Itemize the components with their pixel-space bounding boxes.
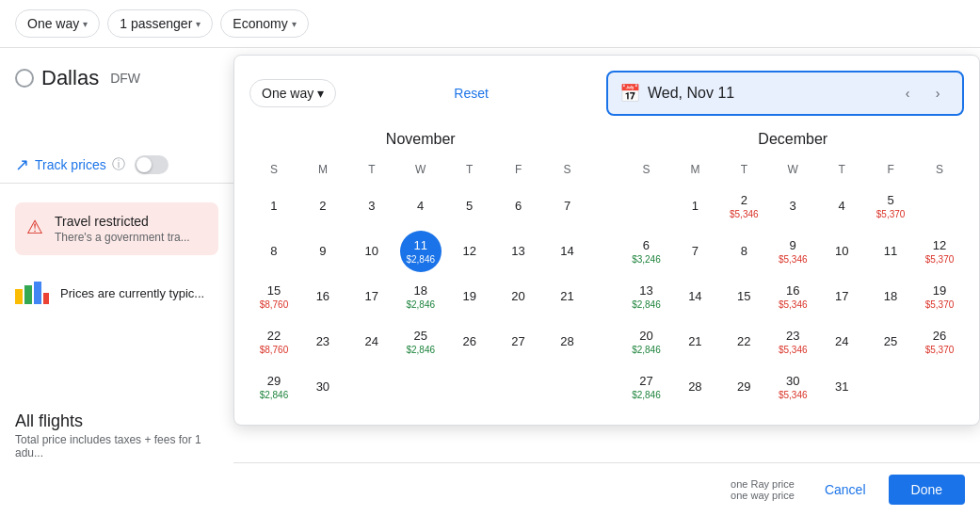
weekday-label: T: [445, 159, 494, 184]
day-button[interactable]: 1: [674, 185, 715, 227]
day-button[interactable]: 6: [498, 185, 539, 227]
day-button[interactable]: 12: [449, 231, 490, 272]
day-button[interactable]: 26: [449, 321, 490, 363]
travel-restricted-title: Travel restricted: [55, 214, 190, 229]
day-button[interactable]: 24: [821, 321, 862, 363]
next-arrow-button[interactable]: ›: [924, 80, 951, 106]
day-button[interactable]: 3: [772, 185, 813, 227]
day-button[interactable]: 4: [400, 185, 442, 227]
day-button[interactable]: 28: [547, 321, 588, 363]
origin-city: Dallas: [41, 66, 99, 90]
november-title: November: [249, 131, 592, 148]
left-panel: Dallas DFW ↗ Track prices ⓘ ⚠ Travel res…: [0, 55, 233, 516]
day-button[interactable]: 3: [351, 185, 393, 227]
day-number: 12: [933, 238, 946, 253]
day-number: 3: [368, 199, 375, 214]
day-button[interactable]: 8: [723, 231, 764, 272]
day-button[interactable]: 17: [351, 276, 393, 317]
day-button[interactable]: 16$5,346: [772, 276, 813, 317]
day-number: 5: [466, 199, 473, 214]
day-button[interactable]: 23$5,346: [772, 321, 813, 363]
day-number: 4: [839, 199, 845, 214]
day-button[interactable]: 21: [674, 321, 715, 363]
calendar-day-cell: [347, 364, 396, 410]
day-button[interactable]: 22$8,760: [253, 321, 295, 363]
day-button[interactable]: 21: [547, 276, 588, 317]
calendar-day-cell: 3: [768, 184, 817, 229]
cancel-button[interactable]: Cancel: [810, 475, 881, 505]
day-button[interactable]: 13: [498, 231, 539, 272]
track-prices-toggle[interactable]: [135, 155, 169, 174]
day-button[interactable]: 4: [821, 185, 862, 227]
day-button[interactable]: 14: [674, 276, 715, 317]
calendar-day-cell: 10: [817, 229, 866, 274]
day-button[interactable]: 20$2,846: [625, 321, 667, 363]
day-price: $5,346: [779, 391, 808, 400]
day-button[interactable]: 30$5,346: [772, 366, 813, 408]
one-way-button[interactable]: One way ▾: [15, 9, 100, 38]
day-button[interactable]: 10: [351, 231, 393, 272]
passenger-button[interactable]: 1 passenger ▾: [107, 9, 213, 38]
day-button[interactable]: 1: [253, 185, 295, 227]
day-button[interactable]: 27: [498, 321, 539, 363]
calendar-day-cell: 13$2,846: [622, 274, 671, 319]
day-button[interactable]: 2: [302, 185, 344, 227]
day-button[interactable]: 9: [302, 231, 344, 272]
selected-date: Wed, Nov 11: [648, 85, 887, 102]
day-button[interactable]: 13$2,846: [625, 276, 667, 317]
calendar-oneway-button[interactable]: One way ▾: [249, 79, 336, 107]
day-button[interactable]: 16: [302, 276, 344, 317]
day-button[interactable]: 6$3,246: [625, 231, 667, 272]
day-button[interactable]: 2$5,346: [723, 185, 764, 227]
day-button[interactable]: 20: [498, 276, 539, 317]
day-button[interactable]: 28: [674, 366, 715, 408]
day-button[interactable]: 11$2,846: [400, 231, 442, 272]
day-button[interactable]: 15$8,760: [253, 276, 295, 317]
calendar-day-cell: 4: [396, 184, 445, 229]
calendar-day-cell: 12: [445, 229, 494, 274]
day-number: 31: [835, 379, 848, 395]
day-button[interactable]: 17: [821, 276, 862, 317]
date-field[interactable]: 📅 Wed, Nov 11 ‹ ›: [606, 71, 964, 116]
economy-button[interactable]: Economy ▾: [220, 9, 308, 38]
day-button[interactable]: 11: [870, 231, 911, 272]
day-button[interactable]: 15: [723, 276, 764, 317]
calendar-day-cell: 31: [817, 364, 866, 410]
day-button[interactable]: 22: [723, 321, 764, 363]
prev-arrow-button[interactable]: ‹: [894, 80, 921, 106]
done-button[interactable]: Done: [889, 475, 965, 505]
weekday-label: S: [622, 159, 671, 184]
day-button[interactable]: 19$5,370: [919, 276, 960, 317]
origin-code: DFW: [110, 71, 140, 86]
day-button[interactable]: 18: [870, 276, 911, 317]
day-button[interactable]: 29: [723, 366, 764, 408]
day-button[interactable]: 14: [547, 231, 588, 272]
day-button[interactable]: 5$5,370: [870, 185, 911, 227]
day-button[interactable]: 19: [449, 276, 490, 317]
day-number: 7: [692, 244, 699, 259]
day-button[interactable]: 5: [449, 185, 490, 227]
day-button[interactable]: 7: [547, 185, 588, 227]
calendar-oneway-label: One way: [262, 86, 313, 101]
day-button[interactable]: 27$2,846: [625, 366, 667, 408]
day-number: 2: [741, 193, 747, 208]
day-button[interactable]: 18$2,846: [400, 276, 442, 317]
day-button[interactable]: 25$2,846: [400, 321, 442, 363]
toggle-knob: [137, 157, 152, 172]
day-button[interactable]: 24: [351, 321, 393, 363]
day-button[interactable]: 9$5,346: [772, 231, 813, 272]
day-button[interactable]: 25: [870, 321, 911, 363]
info-icon[interactable]: ⓘ: [112, 156, 125, 173]
day-number: 26: [933, 329, 946, 344]
day-button[interactable]: 23: [302, 321, 344, 363]
track-prices-row: ↗ Track prices ⓘ: [15, 147, 218, 183]
day-button[interactable]: 12$5,370: [919, 231, 960, 272]
day-button[interactable]: 29$2,846: [253, 366, 295, 408]
calendar-reset-button[interactable]: Reset: [446, 80, 496, 106]
day-button[interactable]: 30: [302, 366, 344, 408]
day-button[interactable]: 26$5,370: [919, 321, 960, 363]
day-button[interactable]: 8: [253, 231, 295, 272]
day-button[interactable]: 10: [821, 231, 862, 272]
day-button[interactable]: 31: [821, 366, 862, 408]
day-button[interactable]: 7: [674, 231, 715, 272]
